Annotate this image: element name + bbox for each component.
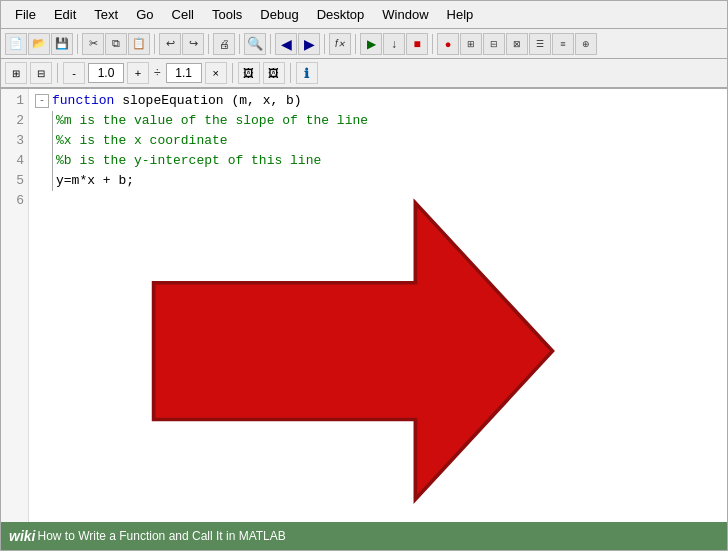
new-button[interactable]: 📄 <box>5 33 27 55</box>
comment-line-2: %m is the value of the slope of the line <box>56 111 368 131</box>
divide-label: ÷ <box>152 66 163 80</box>
menu-cell[interactable]: Cell <box>164 5 202 24</box>
view-btn1[interactable]: 🖼 <box>238 62 260 84</box>
code-line-5: y=m*x + b; <box>35 171 721 191</box>
indent-btn2[interactable]: ⊟ <box>30 62 52 84</box>
line-num-1: 1 <box>1 91 28 111</box>
open-button[interactable]: 📂 <box>28 33 50 55</box>
code-line-3: %x is the x coordinate <box>35 131 721 151</box>
fold-line-5 <box>52 171 53 191</box>
sep3 <box>208 34 209 54</box>
sep1 <box>77 34 78 54</box>
fold-line-4 <box>52 151 53 171</box>
toolbar-format: ⊞ ⊟ - + ÷ × 🖼 🖼 ℹ <box>1 59 727 89</box>
redo-button[interactable]: ↪ <box>182 33 204 55</box>
menu-bar: File Edit Text Go Cell Tools Debug Deskt… <box>1 1 727 29</box>
menu-desktop[interactable]: Desktop <box>309 5 373 24</box>
fold-line-3 <box>52 131 53 151</box>
comment-line-4: %b is the y-intercept of this line <box>56 151 321 171</box>
copy-button[interactable]: ⧉ <box>105 33 127 55</box>
info-btn[interactable]: ℹ <box>296 62 318 84</box>
fold-icon-1[interactable]: - <box>35 94 49 108</box>
stop-button[interactable]: ■ <box>406 33 428 55</box>
back-button[interactable]: ◀ <box>275 33 297 55</box>
fx-button[interactable]: f✕ <box>329 33 351 55</box>
toolbar-btn10[interactable]: ⊟ <box>483 33 505 55</box>
sep-f2 <box>232 63 233 83</box>
sep-f1 <box>57 63 58 83</box>
comment-line-3: %x is the x coordinate <box>56 131 228 151</box>
zoom-times[interactable]: × <box>205 62 227 84</box>
line-num-6: 6 <box>1 191 28 211</box>
wiki-w: wiki <box>9 528 35 544</box>
undo-button[interactable]: ↩ <box>159 33 181 55</box>
code-expression: y=m*x + b; <box>56 171 134 191</box>
zoom-value2-input[interactable] <box>166 63 202 83</box>
breakpoint-button[interactable]: ● <box>437 33 459 55</box>
fwd-button[interactable]: ▶ <box>298 33 320 55</box>
wikihow-description: How to Write a Function and Call It in M… <box>37 529 285 543</box>
view-btn2[interactable]: 🖼 <box>263 62 285 84</box>
sep-f3 <box>290 63 291 83</box>
menu-window[interactable]: Window <box>374 5 436 24</box>
run-button[interactable]: ▶ <box>360 33 382 55</box>
wiki-logo: wiki <box>9 528 35 544</box>
code-line-6 <box>35 191 721 211</box>
zoom-minus[interactable]: - <box>63 62 85 84</box>
line-numbers: 1 2 3 4 5 6 <box>1 89 29 522</box>
sep8 <box>432 34 433 54</box>
menu-text[interactable]: Text <box>86 5 126 24</box>
code-editor[interactable]: - function slopeEquation (m, x, b) %m is… <box>29 89 727 522</box>
line-num-2: 2 <box>1 111 28 131</box>
toolbar-btn12[interactable]: ☰ <box>529 33 551 55</box>
indent-btn1[interactable]: ⊞ <box>5 62 27 84</box>
bottom-bar: wiki How to Write a Function and Call It… <box>1 522 727 550</box>
paste-button[interactable]: 📋 <box>128 33 150 55</box>
menu-tools[interactable]: Tools <box>204 5 250 24</box>
find-button[interactable]: 🔍 <box>244 33 266 55</box>
toolbar-btn14[interactable]: ⊕ <box>575 33 597 55</box>
function-signature: slopeEquation (m, x, b) <box>122 91 301 111</box>
line-num-3: 3 <box>1 131 28 151</box>
menu-debug[interactable]: Debug <box>252 5 306 24</box>
save-button[interactable]: 💾 <box>51 33 73 55</box>
line-num-4: 4 <box>1 151 28 171</box>
menu-go[interactable]: Go <box>128 5 161 24</box>
toolbar-main: 📄 📂 💾 ✂ ⧉ 📋 ↩ ↪ 🖨 🔍 ◀ ▶ f✕ <box>1 29 727 59</box>
editor-area: 1 2 3 4 5 6 - function slopeEquation (m,… <box>1 89 727 522</box>
svg-marker-0 <box>154 203 553 499</box>
sep7 <box>355 34 356 54</box>
code-line-4: %b is the y-intercept of this line <box>35 151 721 171</box>
toolbar-btn9[interactable]: ⊞ <box>460 33 482 55</box>
sep6 <box>324 34 325 54</box>
sep2 <box>154 34 155 54</box>
step-button[interactable]: ↓ <box>383 33 405 55</box>
toolbar-btn11[interactable]: ⊠ <box>506 33 528 55</box>
menu-help[interactable]: Help <box>439 5 482 24</box>
print-button[interactable]: 🖨 <box>213 33 235 55</box>
zoom-value-input[interactable] <box>88 63 124 83</box>
zoom-plus[interactable]: + <box>127 62 149 84</box>
menu-file[interactable]: File <box>7 5 44 24</box>
line-num-5: 5 <box>1 171 28 191</box>
sep5 <box>270 34 271 54</box>
keyword-function: function <box>52 91 122 111</box>
code-line-2: %m is the value of the slope of the line <box>35 111 721 131</box>
code-line-1: - function slopeEquation (m, x, b) <box>35 91 721 111</box>
cut-button[interactable]: ✂ <box>82 33 104 55</box>
sep4 <box>239 34 240 54</box>
toolbar-btn13[interactable]: ≡ <box>552 33 574 55</box>
menu-edit[interactable]: Edit <box>46 5 84 24</box>
fold-line-2 <box>52 111 53 131</box>
main-window: File Edit Text Go Cell Tools Debug Deskt… <box>0 0 728 551</box>
